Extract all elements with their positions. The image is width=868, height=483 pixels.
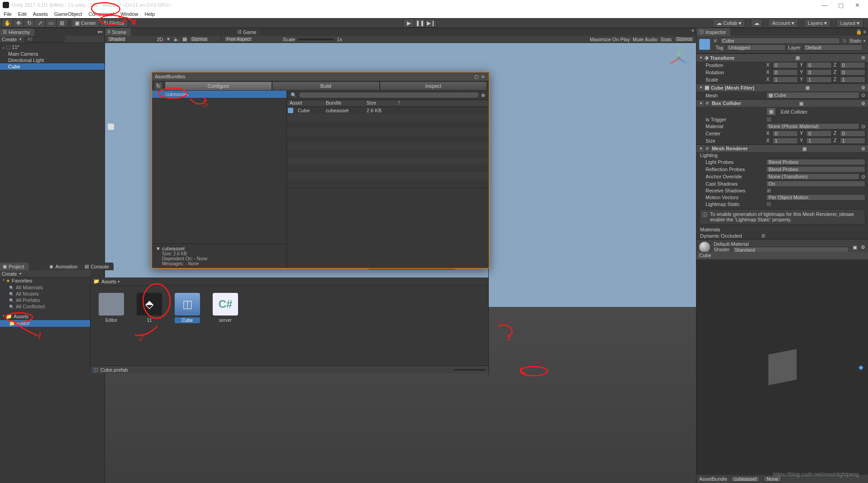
- renderer-enabled-checkbox[interactable]: ✓: [705, 146, 710, 151]
- rot-x[interactable]: 0: [773, 69, 798, 76]
- game-scale-slider[interactable]: [298, 38, 334, 40]
- multi-tool-icon[interactable]: ⊞: [57, 19, 67, 27]
- col-bundle[interactable]: Bundle: [323, 100, 364, 106]
- bundle-list[interactable]: cubeasset: [152, 91, 286, 244]
- gizmos-dropdown[interactable]: Gizmos: [190, 36, 210, 42]
- material-header[interactable]: Default-Material ShaderStandard ▣⚙: [696, 239, 868, 252]
- object-picker-icon[interactable]: ⊙: [861, 124, 865, 129]
- game-opt-stats[interactable]: Stats: [660, 37, 672, 42]
- tab-configure[interactable]: Configure: [165, 81, 272, 91]
- scale-tool-icon[interactable]: ⤢: [35, 19, 46, 27]
- light-toggle-icon[interactable]: ☀: [166, 36, 171, 42]
- menu-file[interactable]: File: [4, 11, 12, 17]
- hierarchy-create[interactable]: Create: [2, 37, 17, 42]
- scale-z[interactable]: 1: [840, 77, 865, 83]
- pos-z[interactable]: 0: [840, 62, 865, 68]
- hierarchy-search-input[interactable]: [24, 36, 65, 43]
- game-tab[interactable]: ᗧGame: [235, 28, 261, 36]
- grid-size-slider[interactable]: [454, 369, 486, 371]
- mesh-field[interactable]: ▦ Cube: [766, 92, 859, 99]
- tree-editor-folder[interactable]: 📁 Editor: [0, 320, 90, 327]
- menu-edit[interactable]: Edit: [18, 11, 27, 17]
- asset-preview[interactable]: ◆: [696, 259, 868, 475]
- scene-tab[interactable]: #Scene: [105, 28, 131, 36]
- tab-inspect[interactable]: Inspect: [380, 81, 487, 91]
- gameobject-icon[interactable]: [699, 39, 710, 50]
- bundle-item-cubeasset[interactable]: cubeasset: [152, 91, 286, 98]
- motion-vectors-dropdown[interactable]: Per Object Motion: [766, 194, 865, 201]
- game-opt-gizmos[interactable]: Gizmos: [674, 36, 694, 42]
- help-icon[interactable]: ▣: [853, 244, 857, 250]
- edit-collider-button[interactable]: ▦: [766, 107, 776, 116]
- fav-all-models[interactable]: All Models: [0, 291, 90, 297]
- pos-y[interactable]: 0: [806, 62, 831, 68]
- favorites-header[interactable]: ★ Favorites: [0, 277, 90, 284]
- tag-dropdown[interactable]: Untagged: [726, 44, 786, 51]
- minimize-button[interactable]: —: [816, 2, 833, 9]
- asset-editor-folder[interactable]: Editor: [99, 293, 124, 323]
- gear-icon[interactable]: ⚙: [861, 85, 865, 90]
- scene-orientation-gizmo[interactable]: y x z: [668, 48, 690, 69]
- inspector-panel-menu-icon[interactable]: ≡: [863, 29, 866, 34]
- asset-search-input[interactable]: [299, 92, 479, 98]
- console-tab[interactable]: ▤Console: [82, 263, 113, 270]
- play-button[interactable]: ▶: [404, 19, 415, 27]
- move-tool-icon[interactable]: ✥: [13, 19, 24, 27]
- project-tab[interactable]: ▣Project: [0, 263, 29, 270]
- layer-dropdown[interactable]: Default: [803, 44, 863, 51]
- refresh-button[interactable]: ↻: [154, 81, 163, 91]
- pivot-toggle[interactable]: ▣ Center: [71, 19, 100, 27]
- scene-panel-menu-icon[interactable]: ≡: [690, 28, 696, 36]
- game-opt-maximize[interactable]: Maximize On Play: [590, 37, 630, 42]
- static-checkbox[interactable]: [842, 38, 847, 43]
- clear-search-icon[interactable]: ⊗: [481, 92, 485, 98]
- receive-shadows-checkbox[interactable]: ✓: [766, 188, 772, 193]
- help-icon[interactable]: ▣: [806, 85, 810, 90]
- breadcrumb-assets[interactable]: Assets: [101, 279, 116, 284]
- inspector-tab[interactable]: ⓘInspector: [696, 28, 730, 36]
- object-picker-icon[interactable]: ⊙: [861, 92, 865, 98]
- asset-cube-prefab[interactable]: ◫Cube: [175, 293, 200, 323]
- assetbundles-window[interactable]: AssetBundles ▢ ✕ ↻ Configure Build Inspe…: [151, 72, 490, 269]
- object-picker-icon[interactable]: ⊙: [861, 174, 865, 180]
- asset-table-body[interactable]: Cube cubeasset 2.6 KB: [287, 107, 489, 187]
- maximize-button[interactable]: ▢: [833, 2, 849, 9]
- collider-enabled-checkbox[interactable]: ✓: [705, 100, 710, 106]
- pos-x[interactable]: 0: [773, 62, 798, 68]
- scale-y[interactable]: 1: [806, 77, 831, 83]
- lock-icon[interactable]: 🔒: [854, 29, 863, 34]
- audio-toggle-icon[interactable]: 🔈: [173, 36, 180, 42]
- light-probes-dropdown[interactable]: Blend Probes: [766, 159, 865, 165]
- menu-gameobject[interactable]: GameObject: [54, 11, 82, 17]
- gear-icon[interactable]: ⚙: [861, 55, 865, 60]
- help-icon[interactable]: ▣: [796, 55, 800, 60]
- handle-toggle[interactable]: ↻ Global: [100, 19, 128, 27]
- mode-2d-toggle[interactable]: 2D: [157, 37, 163, 42]
- gear-icon[interactable]: ⚙: [861, 146, 865, 151]
- reflection-probes-dropdown[interactable]: Blend Probes: [766, 166, 865, 172]
- assetbundle-dropdown[interactable]: cubeasset: [731, 476, 760, 482]
- game-opt-mute[interactable]: Mute Audio: [633, 37, 658, 42]
- preview-header[interactable]: Cube: [696, 252, 868, 259]
- menu-assets[interactable]: Assets: [33, 11, 48, 17]
- rot-y[interactable]: 0: [806, 69, 831, 76]
- hierarchy-item-cube[interactable]: Cube: [0, 63, 105, 70]
- rot-z[interactable]: 0: [840, 69, 865, 76]
- shader-dropdown[interactable]: Standard: [732, 247, 849, 252]
- assetbundle-labels-icon[interactable]: ◆: [858, 363, 863, 371]
- step-button[interactable]: ▶❙: [425, 19, 436, 27]
- col-messages[interactable]: !: [396, 100, 409, 106]
- hierarchy-tab[interactable]: ☰Hierarchy: [0, 29, 34, 36]
- layout-dropdown[interactable]: Layout ▾: [837, 19, 863, 27]
- gear-icon[interactable]: ⚙: [861, 244, 865, 250]
- project-create-button[interactable]: Create: [2, 271, 17, 277]
- asset-server-script[interactable]: C#server: [213, 293, 238, 323]
- help-icon[interactable]: ▣: [802, 146, 806, 151]
- fav-all-conflicted[interactable]: All Conflicted: [0, 303, 90, 310]
- popup-dock-icon[interactable]: ▢: [473, 74, 480, 79]
- hierarchy-scene[interactable]: ⬚ 11*: [0, 44, 105, 51]
- animation-tab[interactable]: ◉Animation: [47, 263, 82, 270]
- dynamic-occluded-checkbox[interactable]: ✓: [761, 233, 766, 239]
- menu-window[interactable]: Window: [120, 11, 138, 17]
- hierarchy-item-camera[interactable]: Main Camera: [0, 51, 105, 57]
